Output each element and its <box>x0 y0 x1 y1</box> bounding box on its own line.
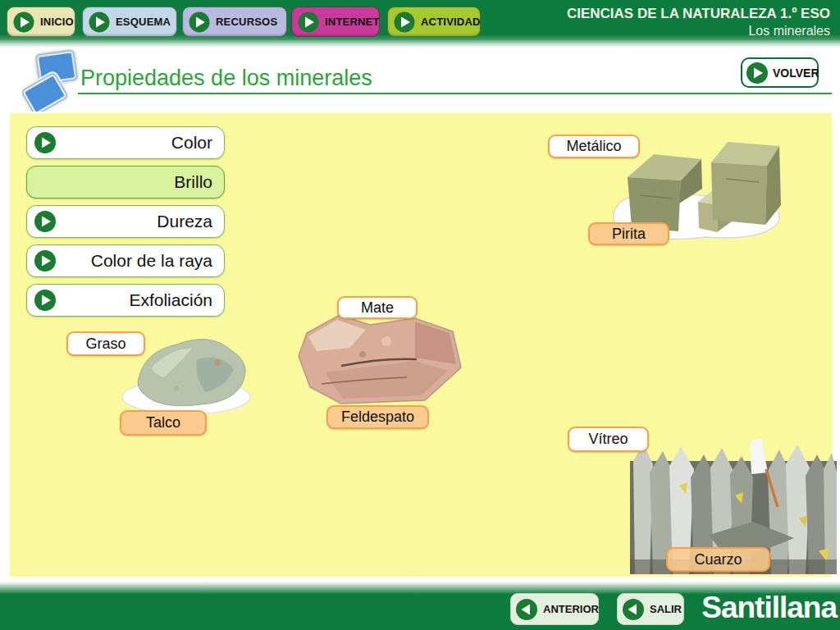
mineral-label-feldespato: Feldespato <box>326 405 429 429</box>
luster-chip-mate[interactable]: Mate <box>337 296 418 319</box>
play-circle-icon <box>34 211 56 232</box>
luster-chip-graso[interactable]: Graso <box>66 331 145 356</box>
anterior-label: ANTERIOR <box>543 603 599 615</box>
luster-chip-vitreo[interactable]: Vítreo <box>568 427 649 452</box>
volver-label: VOLVER <box>773 66 819 80</box>
nav-label: INTERNET <box>325 16 380 28</box>
mineral-label-cuarzo: Cuarzo <box>666 547 770 572</box>
salir-button[interactable]: SALIR <box>617 593 684 625</box>
menu-label: Dureza <box>56 212 212 231</box>
page-title: Propiedades de los minerales <box>80 66 372 91</box>
menu-button-color-de-la-raya[interactable]: Color de la raya <box>26 244 225 277</box>
volver-button[interactable]: VOLVER <box>741 57 819 88</box>
play-circle-icon <box>34 250 56 272</box>
play-circle-icon <box>746 62 768 84</box>
santillana-logo: Santillana <box>696 591 837 625</box>
menu-button-dureza[interactable]: Dureza <box>26 205 225 238</box>
page-header: Propiedades de los minerales VOLVER <box>0 48 840 113</box>
application-window: INICIO ESQUEMA RECURSOS INTERNET ACTIVID… <box>0 0 840 630</box>
play-circle-icon <box>298 11 319 33</box>
play-circle-icon <box>34 290 56 311</box>
anterior-button[interactable]: ANTERIOR <box>510 593 599 625</box>
course-title: CIENCIAS DE LA NATURALEZA 1.º ESO <box>567 5 830 23</box>
nav-label: ESQUEMA <box>116 16 171 28</box>
menu-button-exfoliacion[interactable]: Exfoliación <box>26 284 225 317</box>
play-circle-icon <box>394 11 415 33</box>
course-header: CIENCIAS DE LA NATURALEZA 1.º ESO Los mi… <box>567 5 830 39</box>
unit-title: Los minerales <box>567 23 830 39</box>
back-circle-icon <box>516 599 537 620</box>
salir-label: SALIR <box>650 603 682 615</box>
back-circle-icon <box>623 599 644 620</box>
photos-icon <box>21 49 79 112</box>
nav-button-recursos[interactable]: RECURSOS <box>182 7 287 37</box>
mineral-label-pirita: Pirita <box>588 222 669 245</box>
nav-button-actividad[interactable]: ACTIVIDAD <box>387 7 481 37</box>
menu-button-brillo[interactable]: Brillo <box>26 166 225 199</box>
play-circle-icon <box>34 132 56 153</box>
play-circle-icon <box>13 11 34 33</box>
nav-button-inicio[interactable]: INICIO <box>7 7 75 37</box>
nav-button-esquema[interactable]: ESQUEMA <box>82 7 177 37</box>
menu-label: Color de la raya <box>56 251 212 271</box>
nav-label: ACTIVIDAD <box>421 16 481 28</box>
menu-label: Brillo <box>56 172 212 192</box>
feldespato-image <box>292 308 466 409</box>
mineral-label-talco: Talco <box>120 410 207 436</box>
luster-chip-metalico[interactable]: Metálico <box>548 135 640 158</box>
play-circle-icon <box>189 11 210 33</box>
menu-label: Exfoliación <box>56 290 212 310</box>
top-navigation-bar: INICIO ESQUEMA RECURSOS INTERNET ACTIVID… <box>0 0 840 48</box>
title-underline <box>78 93 832 94</box>
nav-label: INICIO <box>40 16 74 28</box>
play-circle-icon <box>89 11 110 33</box>
menu-button-color[interactable]: Color <box>26 126 225 159</box>
nav-button-internet[interactable]: INTERNET <box>291 7 380 37</box>
nav-label: RECURSOS <box>216 16 277 28</box>
menu-label: Color <box>56 133 212 153</box>
